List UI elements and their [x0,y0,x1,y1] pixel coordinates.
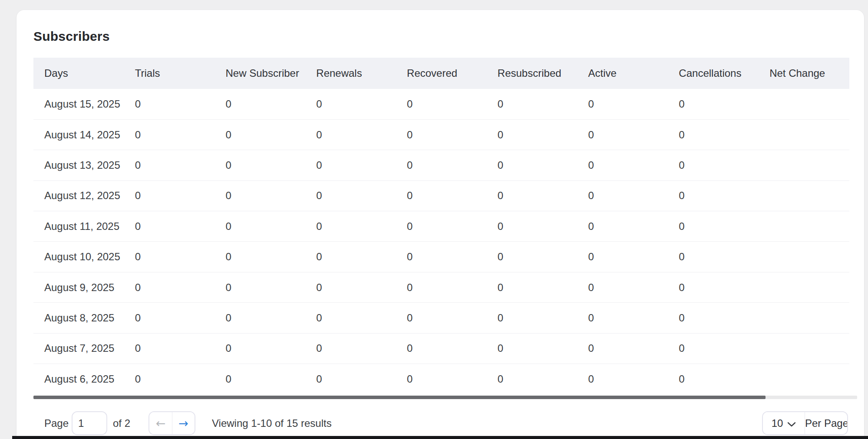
cell-active: 0 [578,364,668,394]
cell-net-change [759,303,849,333]
cell-cancellations: 0 [668,89,759,119]
table-row: August 14, 20250000000 [33,119,849,150]
cell-active: 0 [578,211,668,242]
cell-resubscribed: 0 [487,303,578,333]
cell-net-change [759,211,849,242]
cell-cancellations: 0 [668,333,759,364]
column-header-recovered: Recovered [396,58,487,89]
cell-cancellations: 0 [668,150,759,180]
cell-recovered: 0 [396,150,487,180]
table-row: August 10, 20250000000 [33,242,849,272]
page-label: Page [44,411,69,435]
cell-renewals: 0 [305,89,396,119]
table-row: August 13, 20250000000 [33,150,849,180]
arrow-right-icon: → [178,416,188,430]
cell-net-change [759,333,849,364]
page-count-label: of 2 [113,411,130,435]
cell-cancellations: 0 [668,211,759,242]
cell-day: August 13, 2025 [33,150,124,180]
table-row: August 8, 20250000000 [33,303,849,333]
bottom-edge-bar [12,436,868,439]
column-header-new-subscriber: New Subscriber [215,58,306,89]
cell-recovered: 0 [396,89,487,119]
cell-day: August 10, 2025 [33,242,124,272]
cell-recovered: 0 [396,211,487,242]
cell-recovered: 0 [396,303,487,333]
cell-net-change [759,242,849,272]
cell-day: August 7, 2025 [33,333,124,364]
cell-recovered: 0 [396,119,487,150]
cell-active: 0 [578,89,668,119]
column-header-trials: Trials [124,58,215,89]
cell-day: August 14, 2025 [33,119,124,150]
table-header: DaysTrialsNew SubscriberRenewalsRecovere… [33,58,849,89]
cell-trials: 0 [124,89,215,119]
cell-cancellations: 0 [668,180,759,211]
cell-resubscribed: 0 [487,364,578,394]
previous-page-button[interactable]: ← [149,412,172,434]
cell-trials: 0 [124,119,215,150]
page-number-input[interactable] [72,411,107,435]
cell-cancellations: 0 [668,272,759,302]
cell-new-subscriber: 0 [215,364,306,394]
cell-renewals: 0 [305,180,396,211]
next-page-button[interactable]: → [172,412,195,434]
table-row: August 12, 20250000000 [33,180,849,211]
per-page-label: Per Page [805,412,848,434]
cell-renewals: 0 [305,364,396,394]
cell-resubscribed: 0 [487,333,578,364]
cell-trials: 0 [124,364,215,394]
cell-cancellations: 0 [668,364,759,394]
chevron-down-icon [787,418,796,430]
cell-recovered: 0 [396,333,487,364]
cell-resubscribed: 0 [487,89,578,119]
column-header-net-change: Net Change [759,58,849,89]
cell-day: August 15, 2025 [33,89,124,119]
cell-active: 0 [578,333,668,364]
cell-trials: 0 [124,303,215,333]
cell-renewals: 0 [305,272,396,302]
per-page-select[interactable]: 10 [763,412,805,434]
subscribers-table: DaysTrialsNew SubscriberRenewalsRecovere… [33,58,849,394]
cell-day: August 8, 2025 [33,303,124,333]
column-header-active: Active [578,58,668,89]
column-header-cancellations: Cancellations [668,58,759,89]
cell-new-subscriber: 0 [215,272,306,302]
cell-net-change [759,364,849,394]
table-row: August 11, 20250000000 [33,211,849,242]
table-row: August 7, 20250000000 [33,333,849,364]
viewing-results-text: Viewing 1-10 of 15 results [212,411,332,435]
cell-resubscribed: 0 [487,272,578,302]
cell-resubscribed: 0 [487,242,578,272]
cell-recovered: 0 [396,364,487,394]
cell-active: 0 [578,272,668,302]
cell-renewals: 0 [305,211,396,242]
cell-resubscribed: 0 [487,119,578,150]
cell-resubscribed: 0 [487,211,578,242]
cell-renewals: 0 [305,333,396,364]
cell-active: 0 [578,303,668,333]
table-body: August 15, 20250000000August 14, 2025000… [33,89,849,394]
cell-active: 0 [578,119,668,150]
cell-active: 0 [578,150,668,180]
cell-new-subscriber: 0 [215,242,306,272]
table-header-row: DaysTrialsNew SubscriberRenewalsRecovere… [33,58,849,89]
cell-trials: 0 [124,211,215,242]
column-header-resubscribed: Resubscribed [487,58,578,89]
arrow-left-icon: ← [156,416,166,430]
cell-renewals: 0 [305,242,396,272]
cell-net-change [759,272,849,302]
cell-renewals: 0 [305,119,396,150]
column-header-days: Days [33,58,124,89]
cell-recovered: 0 [396,242,487,272]
per-page-value: 10 [772,417,783,429]
horizontal-scrollbar-thumb[interactable] [33,396,766,399]
cell-trials: 0 [124,272,215,302]
table-row: August 9, 20250000000 [33,272,849,302]
cell-renewals: 0 [305,150,396,180]
page-title: Subscribers [33,29,110,44]
cell-net-change [759,180,849,211]
horizontal-scrollbar-track[interactable] [33,396,857,399]
cell-new-subscriber: 0 [215,119,306,150]
cell-day: August 11, 2025 [33,211,124,242]
